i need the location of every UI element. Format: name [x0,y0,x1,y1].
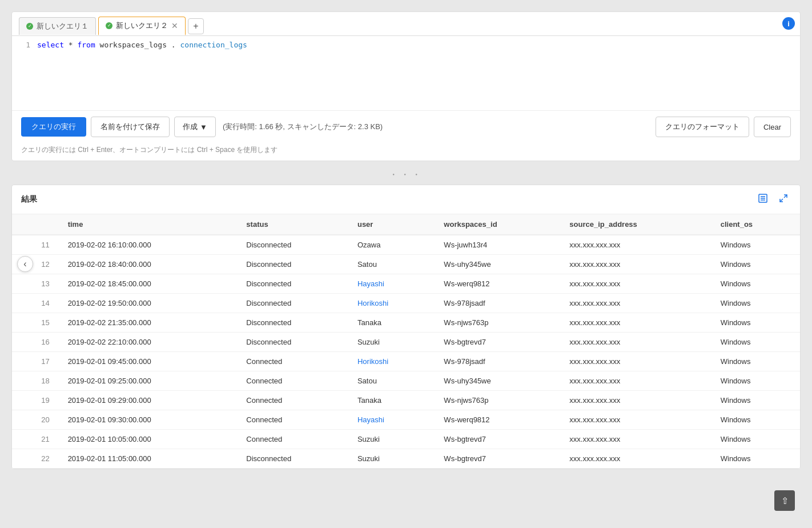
keyword-select: select [37,41,64,49]
cell-client-os: Windows [711,313,800,333]
cell-status: Connected [237,371,348,391]
cell-workspaces-id: Ws-bgtrevd7 [435,449,560,469]
cell-time: 2019-02-01 10:05:00.000 [59,430,238,449]
tab-query-1[interactable]: 新しいクエリ１ [19,17,96,35]
cell-workspaces-id: Ws-werq9812 [435,410,560,430]
cell-source-ip: xxx.xxx.xxx.xxx [560,313,711,333]
tab-label-1: 新しいクエリ１ [37,21,89,31]
shortcut-hint: クエリの実行には Ctrl + Enter、オートコンプリートには Ctrl +… [12,143,800,161]
expand-button[interactable] [776,192,791,207]
table-row: 192019-02-01 09:29:00.000ConnectedTanaka… [12,391,800,410]
col-header-user[interactable]: user [348,214,435,235]
cell-time: 2019-02-02 21:35:00.000 [59,313,238,333]
clear-button[interactable]: Clear [754,117,791,137]
results-header: 結果 [12,185,800,214]
col-header-client-os[interactable]: client_os [711,214,800,235]
cell-client-os: Windows [711,333,800,352]
cell-user[interactable]: Hayashi [348,410,435,430]
create-button[interactable]: 作成 ▼ [174,117,216,137]
cell-time: 2019-02-01 11:05:00.000 [59,449,238,469]
query-panel: 新しいクエリ１ 新しいクエリ２ ✕ + 1 select * from work… [11,11,801,161]
cell-user: Satou [348,371,435,391]
cell-status: Connected [237,430,348,449]
cell-row-num: 15 [12,313,59,333]
cell-workspaces-id: Ws-uhy345we [435,371,560,391]
table-row: 182019-02-01 09:25:00.000ConnectedSatouW… [12,371,800,391]
table-body: 112019-02-02 16:10:00.000DisconnectedOza… [12,235,800,469]
table-row: 162019-02-02 22:10:00.000DisconnectedSuz… [12,333,800,352]
results-panel: 結果 [11,185,801,469]
col-header-num [12,214,59,235]
cell-status: Disconnected [237,313,348,333]
cell-time: 2019-02-01 09:45:00.000 [59,352,238,371]
code-editor[interactable]: 1 select * from workspaces_logs . connec… [12,36,800,110]
cell-client-os: Windows [711,352,800,371]
cell-status: Disconnected [237,333,348,352]
cell-source-ip: xxx.xxx.xxx.xxx [560,274,711,294]
cell-client-os: Windows [711,255,800,274]
create-label: 作成 [183,122,198,132]
code-dot: . [171,41,176,49]
cell-workspaces-id: Ws-bgtrevd7 [435,333,560,352]
create-chevron-icon: ▼ [200,123,207,131]
add-tab-button[interactable]: + [188,18,204,34]
cell-row-num: 22 [12,449,59,469]
table-header: time status user workspaces_id source_ip… [12,214,800,235]
info-icon[interactable]: i [782,17,795,30]
table-row: 152019-02-02 21:35:00.000DisconnectedTan… [12,313,800,333]
cell-status: Disconnected [237,255,348,274]
tabs-bar: 新しいクエリ１ 新しいクエリ２ ✕ + [12,12,800,36]
col-header-status[interactable]: status [237,214,348,235]
cell-client-os: Windows [711,391,800,410]
tab-status-icon-1 [26,23,33,30]
cell-source-ip: xxx.xxx.xxx.xxx [560,391,711,410]
resize-handle[interactable]: ・・・ [11,166,801,185]
cell-user[interactable]: Hayashi [348,274,435,294]
cell-source-ip: xxx.xxx.xxx.xxx [560,410,711,430]
cell-workspaces-id: Ws-bgtrevd7 [435,430,560,449]
code-star: * [69,41,78,49]
cell-row-num: 18 [12,371,59,391]
cell-time: 2019-02-01 09:29:00.000 [59,391,238,410]
cell-row-num: 19 [12,391,59,410]
save-query-button[interactable]: 名前を付けて保存 [91,117,170,137]
cell-client-os: Windows [711,371,800,391]
cell-workspaces-id: Ws-978jsadf [435,352,560,371]
cell-user: Suzuki [348,449,435,469]
cell-client-os: Windows [711,235,800,255]
cell-user: Suzuki [348,333,435,352]
cell-user[interactable]: Horikoshi [348,294,435,313]
col-header-source-ip[interactable]: source_ip_address [560,214,711,235]
cell-status: Disconnected [237,274,348,294]
line-number-1: 1 [17,41,30,49]
table-row: 212019-02-01 10:05:00.000ConnectedSuzuki… [12,430,800,449]
cell-user: Tanaka [348,391,435,410]
cell-time: 2019-02-01 09:25:00.000 [59,371,238,391]
cell-status: Disconnected [237,235,348,255]
cell-time: 2019-02-02 18:45:00.000 [59,274,238,294]
cell-time: 2019-02-02 16:10:00.000 [59,235,238,255]
cell-row-num: 14 [12,294,59,313]
cell-source-ip: xxx.xxx.xxx.xxx [560,333,711,352]
cell-time: 2019-02-01 09:30:00.000 [59,410,238,430]
cell-workspaces-id: Ws-uhy345we [435,255,560,274]
cell-source-ip: xxx.xxx.xxx.xxx [560,371,711,391]
table-row: 122019-02-02 18:40:00.000DisconnectedSat… [12,255,800,274]
table-row: 172019-02-01 09:45:00.000ConnectedHoriko… [12,352,800,371]
keyword-from: from [77,41,95,49]
scroll-to-top-button[interactable]: ⇧ [774,490,795,511]
tab-close-icon-2[interactable]: ✕ [171,22,178,30]
cell-row-num: 21 [12,430,59,449]
cell-row-num: 13 [12,274,59,294]
col-header-workspaces-id[interactable]: workspaces_id [435,214,560,235]
col-header-time[interactable]: time [59,214,238,235]
run-query-button[interactable]: クエリの実行 [21,117,86,137]
table-row: 222019-02-01 11:05:00.000DisconnectedSuz… [12,449,800,469]
export-button[interactable] [755,192,770,207]
cell-source-ip: xxx.xxx.xxx.xxx [560,235,711,255]
cell-row-num: 20 [12,410,59,430]
cell-source-ip: xxx.xxx.xxx.xxx [560,449,711,469]
format-query-button[interactable]: クエリのフォーマット [656,117,749,137]
cell-user[interactable]: Horikoshi [348,352,435,371]
tab-query-2[interactable]: 新しいクエリ２ ✕ [98,17,186,35]
